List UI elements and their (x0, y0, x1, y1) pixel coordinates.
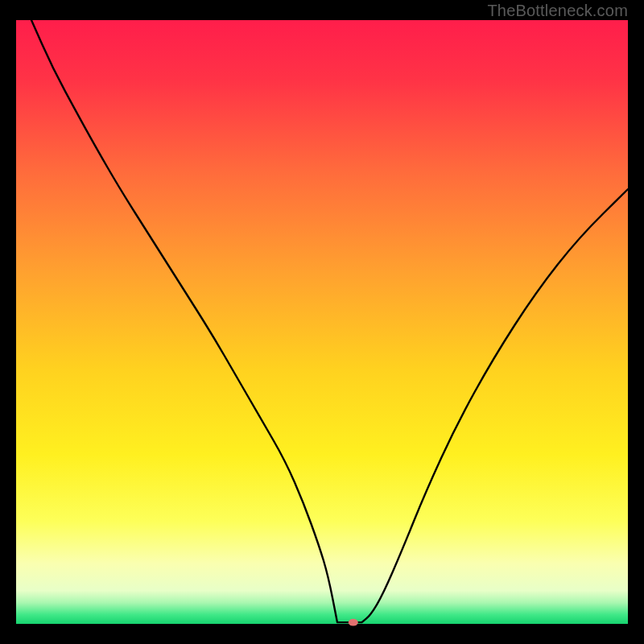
optimum-marker (349, 619, 358, 626)
chart-frame: TheBottleneck.com (0, 0, 644, 644)
bottleneck-chart (0, 0, 644, 644)
gradient-background (16, 20, 628, 624)
